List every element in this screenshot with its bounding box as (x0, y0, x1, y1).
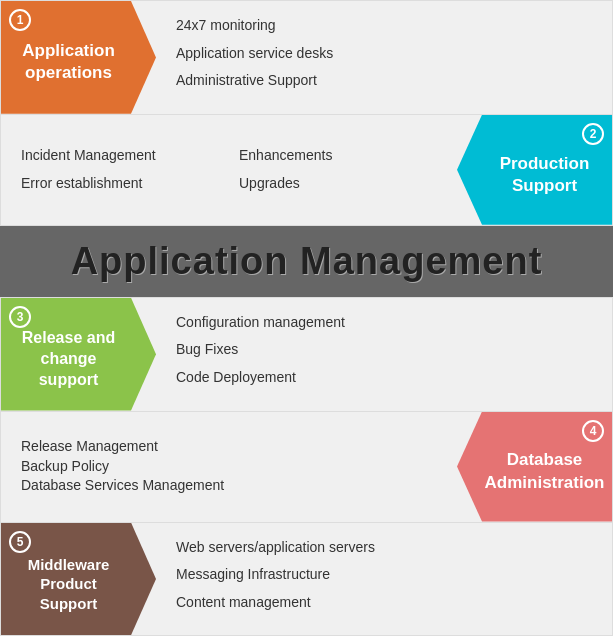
application-operations-content: 24x7 monitoring Application service desk… (156, 1, 612, 114)
production-support-arrow: 2 ProductionSupport (457, 115, 612, 225)
production-support-content: Incident Management Enhancements Error e… (1, 115, 457, 225)
application-operations-label: Applicationoperations (22, 40, 115, 84)
release-change-content: Configuration management Bug Fixes Code … (156, 298, 612, 411)
top-section: 1 Applicationoperations 24x7 monitoring … (0, 0, 613, 226)
number-5-circle: 5 (9, 531, 31, 553)
main-container: 1 Applicationoperations 24x7 monitoring … (0, 0, 613, 636)
title-banner: Application Management (0, 226, 613, 297)
row3-release-change: 3 Release andchange support Configuratio… (1, 298, 612, 412)
number-1-circle: 1 (9, 9, 31, 31)
item-bug-fixes: Bug Fixes (176, 340, 592, 360)
production-support-label: ProductionSupport (500, 153, 590, 197)
release-change-label: Release andchange support (16, 328, 121, 390)
item-service-desks: Application service desks (176, 44, 592, 64)
middleware-arrow: 5 MiddlewareProduct Support (1, 523, 156, 636)
item-web-servers: Web servers/application servers (176, 538, 592, 558)
item-backup-policy: Backup Policy (21, 457, 437, 477)
bottom-section: 3 Release andchange support Configuratio… (0, 297, 613, 637)
row2-production-support: Incident Management Enhancements Error e… (1, 115, 612, 225)
page-title: Application Management (0, 240, 613, 283)
item-incident-management: Incident Management (21, 146, 219, 166)
item-release-management: Release Management (21, 437, 437, 457)
number-2-circle: 2 (582, 123, 604, 145)
item-database-services: Database Services Management (21, 476, 437, 496)
item-code-deployment: Code Deployement (176, 368, 592, 388)
item-config-management: Configuration management (176, 313, 592, 333)
row4-database-admin: Release Management Backup Policy Databas… (1, 412, 612, 523)
database-admin-label: DatabaseAdministration (485, 449, 605, 493)
production-support-grid: Incident Management Enhancements Error e… (21, 146, 437, 193)
item-enhancements: Enhancements (239, 146, 437, 166)
application-operations-arrow: 1 Applicationoperations (1, 1, 156, 114)
middleware-label: MiddlewareProduct Support (16, 555, 121, 614)
number-3-circle: 3 (9, 306, 31, 328)
item-messaging: Messaging Infrastructure (176, 565, 592, 585)
database-admin-content: Release Management Backup Policy Databas… (1, 412, 457, 522)
item-upgrades: Upgrades (239, 174, 437, 194)
number-4-circle: 4 (582, 420, 604, 442)
release-change-arrow: 3 Release andchange support (1, 298, 156, 411)
middleware-content: Web servers/application servers Messagin… (156, 523, 612, 636)
row5-middleware: 5 MiddlewareProduct Support Web servers/… (1, 523, 612, 636)
item-monitoring: 24x7 monitoring (176, 16, 592, 36)
row1-application-operations: 1 Applicationoperations 24x7 monitoring … (1, 1, 612, 115)
item-admin-support: Administrative Support (176, 71, 592, 91)
item-error-establishment: Error establishment (21, 174, 219, 194)
item-content-management: Content management (176, 593, 592, 613)
database-admin-arrow: 4 DatabaseAdministration (457, 412, 612, 522)
